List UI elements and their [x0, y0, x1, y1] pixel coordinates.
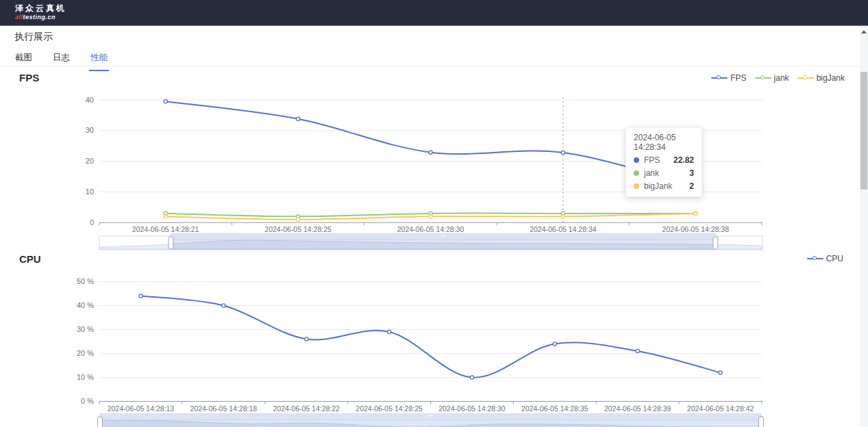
svg-text:2024-06-05 14:28:35: 2024-06-05 14:28:35: [521, 404, 588, 413]
datazoom-move-handle[interactable]: [171, 234, 715, 240]
page: 泽众云真机 alltesting.cn 执行展示 截图 日志 性能 FPS FP…: [0, 0, 868, 427]
svg-text:2024-06-05 14:28:39: 2024-06-05 14:28:39: [604, 404, 671, 413]
series-FPS: [164, 100, 697, 189]
series-CPU: [139, 294, 722, 379]
tab-log[interactable]: 日志: [51, 49, 71, 71]
datazoom-handle-right[interactable]: [759, 417, 764, 427]
svg-text:40 %: 40 %: [77, 301, 94, 309]
svg-text:10 %: 10 %: [77, 373, 94, 381]
x-axis: 2024-06-05 14:28:132024-06-05 14:28:1820…: [99, 402, 762, 413]
datazoom-move-handle[interactable]: [100, 414, 761, 420]
svg-text:2024-06-05 14:28:21: 2024-06-05 14:28:21: [132, 225, 199, 233]
svg-text:30: 30: [86, 126, 94, 134]
datazoom-slider: [99, 234, 762, 250]
scroll-up-arrow-icon[interactable]: [860, 28, 868, 35]
tab-screenshot[interactable]: 截图: [14, 49, 34, 71]
tab-performance[interactable]: 性能: [89, 49, 109, 71]
svg-text:2024-06-05 14:28:42: 2024-06-05 14:28:42: [687, 404, 754, 413]
legend-item-cpu[interactable]: CPU: [807, 254, 843, 263]
x-axis: 2024-06-05 14:28:212024-06-05 14:28:2520…: [99, 222, 762, 233]
fps-legend: FPS jank bigJank: [711, 73, 845, 83]
series-dot-icon: [634, 157, 639, 163]
y-axis: 0 %10 %20 %30 %40 %50 %: [77, 277, 762, 405]
svg-text:30 %: 30 %: [77, 325, 94, 333]
tab-bar: 截图 日志 性能: [14, 49, 109, 71]
svg-text:2024-06-05 14:28:18: 2024-06-05 14:28:18: [190, 404, 258, 413]
legend-item-bigjank[interactable]: bigJank: [797, 73, 845, 83]
svg-text:2024-06-05 14:28:25: 2024-06-05 14:28:25: [356, 404, 423, 413]
svg-text:0: 0: [90, 218, 94, 227]
move-handle-grip-icon: [429, 415, 433, 417]
svg-text:10: 10: [86, 187, 94, 196]
datazoom-handle-left[interactable]: [169, 237, 173, 249]
cpu-legend: CPU: [807, 254, 843, 263]
tab-divider: [0, 66, 860, 66]
app-header: 泽众云真机 alltesting.cn: [0, 0, 868, 26]
svg-text:50 %: 50 %: [77, 277, 94, 285]
chart-tooltip: 2024-06-05 14:28:34 FPS 22.82 jank 3 big…: [625, 127, 702, 197]
fps-chart[interactable]: 0102030402024-06-05 14:28:212024-06-05 1…: [0, 89, 868, 253]
datazoom-handle-left[interactable]: [97, 417, 102, 427]
tooltip-row: bigJank 2: [634, 181, 694, 191]
page-title: 执行展示: [14, 31, 53, 43]
svg-text:20: 20: [86, 157, 94, 165]
datazoom-handle-right[interactable]: [713, 237, 718, 249]
svg-text:20 %: 20 %: [77, 349, 94, 357]
brand-domain: alltesting.cn: [15, 14, 66, 21]
line-marker-icon: [807, 255, 823, 262]
legend-item-jank[interactable]: jank: [755, 73, 789, 83]
brand-name: 泽众云真机: [15, 4, 66, 14]
svg-text:2024-06-05 14:28:25: 2024-06-05 14:28:25: [264, 225, 332, 233]
series-dot-icon: [634, 170, 639, 176]
line-marker-icon: [797, 75, 814, 81]
cpu-section-title: CPU: [19, 253, 41, 265]
svg-text:0 %: 0 %: [81, 397, 94, 405]
svg-text:2024-06-05 14:28:30: 2024-06-05 14:28:30: [438, 404, 506, 413]
svg-text:2024-06-05 14:28:22: 2024-06-05 14:28:22: [273, 404, 340, 413]
brand-logo[interactable]: 泽众云真机 alltesting.cn: [15, 4, 66, 21]
svg-text:2024-06-05 14:28:34: 2024-06-05 14:28:34: [530, 225, 597, 233]
legend-item-fps[interactable]: FPS: [711, 73, 746, 83]
svg-text:40: 40: [86, 96, 94, 104]
vertical-scrollbar[interactable]: [860, 26, 868, 427]
move-handle-grip-icon: [441, 235, 445, 237]
tooltip-row: FPS 22.82: [634, 155, 694, 165]
cpu-chart[interactable]: 0 %10 %20 %30 %40 %50 %2024-06-05 14:28:…: [0, 268, 868, 427]
series-dot-icon: [634, 183, 639, 189]
svg-text:2024-06-05 14:28:38: 2024-06-05 14:28:38: [662, 225, 730, 233]
svg-text:2024-06-05 14:28:30: 2024-06-05 14:28:30: [397, 225, 464, 233]
datazoom-slider: [97, 414, 763, 427]
line-marker-icon: [755, 75, 771, 81]
line-marker-icon: [711, 75, 728, 81]
tooltip-row: jank 3: [634, 168, 694, 178]
fps-section-title: FPS: [19, 72, 39, 83]
svg-text:2024-06-05 14:28:13: 2024-06-05 14:28:13: [108, 404, 175, 413]
scrollbar-thumb[interactable]: [860, 72, 867, 190]
tooltip-title: 2024-06-05 14:28:34: [634, 133, 694, 152]
